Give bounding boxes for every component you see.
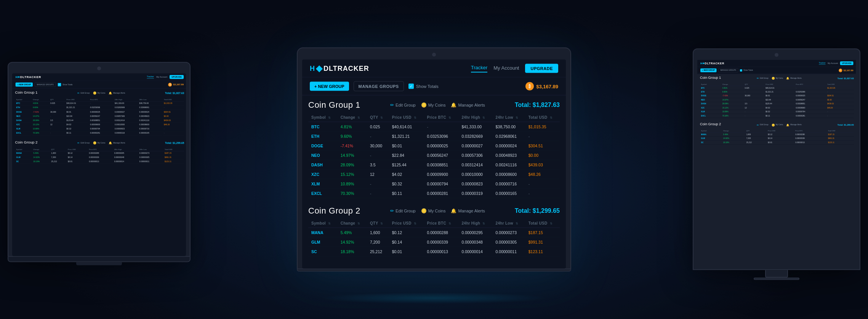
coins-icon-mg2: 🪙	[421, 208, 427, 214]
laptop-edit-group1[interactable]: ✏Edit Group	[77, 91, 90, 95]
main-mycoins-group1[interactable]: 🪙My Coins	[421, 102, 446, 108]
logo-rest-right: DLTRACKER	[705, 62, 724, 65]
table-row: DASH28.09%3.5$125.440.00308851$439.03	[700, 102, 854, 106]
laptop-th-symbol: Symbol	[15, 98, 32, 102]
main-g2-th-qty[interactable]: QTY ⇅	[367, 219, 389, 228]
monitor-nav-account[interactable]: My Account	[828, 62, 838, 64]
main-edit-label-g2: Edit Group	[396, 209, 416, 213]
table-cell: 0.03253096	[424, 131, 458, 141]
main-g2-th-24hh[interactable]: 24hr High ⇅	[458, 219, 492, 228]
laptop-alerts-group2[interactable]: 🔔Manage Alerts	[109, 141, 125, 145]
table-cell: -	[163, 105, 184, 110]
main-app: H◆DLTRACKER Tracker My Account UPGRADE +…	[302, 60, 566, 269]
laptop-upgrade-btn[interactable]: UPGRADE	[170, 75, 184, 79]
table-row: DASH28.09%3.5$125.440.003088510.00312414…	[15, 118, 184, 123]
table-cell: 0.00000025	[795, 94, 826, 98]
table-row: XZC15.12%12$4.020.000099000.000100000.00…	[15, 123, 184, 127]
monitor-g2-th-btc: Price BTC	[794, 129, 827, 132]
monitor-upgrade-btn[interactable]: UPGRADE	[840, 61, 854, 65]
laptop-nav-account[interactable]: My Account	[156, 76, 167, 78]
monitor-edit-g1[interactable]: ✏Edit Group	[757, 77, 768, 80]
laptop-manage-btn[interactable]: MANAGE GROUPS	[35, 82, 56, 87]
table-row: NEO14.97%-$22.840.000562470.000573060.00…	[15, 114, 184, 118]
main-th-24hh[interactable]: 24hr High ⇅	[458, 113, 492, 122]
table-row: BTC4.81%0.025$40,614.01-$41,333.00$38,75…	[308, 122, 560, 131]
table-cell: EXCL	[15, 131, 32, 135]
table-cell: -	[795, 86, 826, 90]
monitor-alerts-g2[interactable]: 🔔Manage Alerts	[786, 123, 802, 126]
monitor-coins-g2[interactable]: 🪙My Coins	[772, 123, 783, 126]
main-g2-th-symbol[interactable]: Symbol ⇅	[308, 219, 338, 228]
main-edit-group1[interactable]: ✏Edit Group	[390, 102, 416, 108]
monitor-new-group-btn[interactable]: + NEW GROUP	[700, 69, 716, 72]
monitor-manage-btn[interactable]: MANAGE GROUPS	[718, 68, 738, 72]
monitor-toolbar: + NEW GROUP MANAGE GROUPS ✓ Show Totals …	[697, 67, 856, 74]
table-cell: 0.00000305	[493, 237, 525, 247]
table-cell: -	[49, 131, 66, 135]
laptop-edit-group2[interactable]: ✏Edit Group	[77, 141, 90, 145]
main-alerts-group1[interactable]: 🔔Manage Alerts	[451, 102, 485, 108]
bell-icon-mg2: 🔔	[451, 208, 456, 214]
table-cell: $0.00	[163, 114, 184, 118]
monitor-btc-icon: ₿	[839, 69, 842, 72]
laptop-totals-checkbox[interactable]: ✓	[58, 83, 61, 86]
logo-h-main: H	[310, 64, 315, 72]
main-totals-checkbox[interactable]: ✓	[408, 84, 414, 89]
table-cell: GLM	[15, 155, 32, 160]
main-alerts-group2[interactable]: 🔔Manage Alerts	[451, 208, 485, 214]
table-cell: $0.01	[67, 160, 88, 164]
table-cell: $0.00	[525, 150, 560, 160]
main-g2-th-priceusd[interactable]: Price USD ⇅	[389, 219, 424, 228]
main-th-qty[interactable]: QTY ⇅	[367, 113, 389, 122]
table-cell: MANA	[15, 151, 32, 155]
main-manage-groups-btn[interactable]: MANAGE GROUPS	[354, 81, 404, 91]
table-cell: -	[367, 179, 389, 188]
main-new-group-btn[interactable]: + NEW GROUP	[310, 82, 349, 91]
main-th-totalusd[interactable]: Total USD ⇅	[525, 113, 560, 122]
laptop-stand	[76, 262, 122, 265]
main-nav-account[interactable]: My Account	[493, 65, 519, 72]
main-g2-th-24hl[interactable]: 24hr Low ⇅	[493, 219, 525, 228]
table-cell: $0.01	[389, 141, 424, 150]
laptop-new-group-btn[interactable]: + NEW GROUP	[16, 83, 33, 87]
main-th-priceusd[interactable]: Price USD ⇅	[389, 113, 424, 122]
monitor-nav-tracker[interactable]: Tracker	[819, 62, 825, 65]
table-cell: 0.00009900	[89, 123, 114, 127]
table-cell: 1,600	[745, 132, 767, 136]
table-cell: $41,333.00	[114, 101, 138, 105]
main-upgrade-btn[interactable]: UPGRADE	[525, 64, 558, 73]
main-g2-th-change[interactable]: Change ⇅	[338, 219, 367, 228]
monitor-alerts-g1[interactable]: 🔔Manage Alerts	[786, 77, 802, 80]
table-row: BTC4.81%0.025$40,614.01-$1,015.35	[700, 86, 854, 90]
laptop-nav-tracker[interactable]: Tracker	[147, 75, 154, 78]
main-nav-tracker[interactable]: Tracker	[471, 64, 488, 72]
main-edit-group2[interactable]: ✏Edit Group	[390, 208, 416, 214]
table-row: EXCL70.30%-$0.110.000002810.000003190.00…	[15, 131, 184, 135]
laptop-mycoins-group1[interactable]: 🪙My Coins	[93, 91, 105, 95]
laptop-group1: Coin Group 1 ✏Edit Group 🪙My Coins 🔔Mana…	[15, 90, 184, 135]
main-th-24hl[interactable]: 24hr Low ⇅	[493, 113, 525, 122]
table-cell: SC	[308, 247, 338, 256]
monitor-group2-header: Coin Group 2 ✏Edit Group 🪙My Coins 🔔Mana…	[700, 122, 854, 127]
main-group2-header: Coin Group 2 ✏Edit Group 🪙My Coins 🔔Mana…	[308, 206, 560, 216]
main-th-symbol[interactable]: Symbol ⇅	[308, 113, 338, 122]
table-cell: 25,212	[745, 140, 767, 144]
table-cell: -	[525, 179, 560, 188]
main-g2-th-totalusd[interactable]: Total USD ⇅	[525, 219, 560, 228]
main-th-change[interactable]: Change ⇅	[338, 113, 367, 122]
table-cell: 0.00000011	[493, 247, 525, 256]
main-mycoins-group2[interactable]: 🪙My Coins	[421, 208, 446, 214]
monitor-th-sym: Symbol	[700, 83, 721, 86]
monitor-edit-g2[interactable]: ✏Edit Group	[757, 123, 768, 126]
laptop-alerts-group1[interactable]: 🔔Manage Alerts	[109, 91, 125, 95]
main-th-pricebtc[interactable]: Price BTC ⇅	[424, 113, 458, 122]
table-cell: $1,321.21	[66, 105, 89, 110]
left-device-laptop: H◆DLTRACKER Tracker My Account UPGRADE +…	[8, 62, 191, 265]
monitor-th-qty: QTY	[744, 83, 765, 86]
table-row: EXCL70.30%-$0.110.00000281-	[700, 114, 854, 118]
main-g2-th-pricebtc[interactable]: Price BTC ⇅	[424, 219, 458, 228]
table-cell: 0.00009900	[795, 106, 826, 110]
monitor-totals-checkbox[interactable]: ✓	[740, 69, 742, 72]
monitor-coins-g1[interactable]: 🪙My Coins	[772, 77, 783, 80]
laptop-mycoins-group2[interactable]: 🪙My Coins	[93, 141, 105, 145]
